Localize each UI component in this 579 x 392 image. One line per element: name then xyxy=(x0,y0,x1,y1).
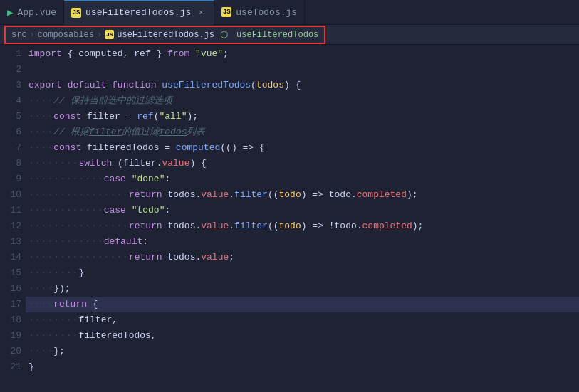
tab-label: App.vue xyxy=(17,7,56,18)
code-line-20: ····}; xyxy=(26,344,579,359)
code-line-13: ············default: xyxy=(26,234,579,250)
code-line-3: export default function useFilteredTodos… xyxy=(26,78,579,93)
tab-label: useTodos.js xyxy=(236,7,297,18)
breadcrumb: src › composables › JS useFilteredTodos.… xyxy=(4,26,325,44)
breadcrumb-file: useFilteredTodos.js xyxy=(117,30,214,40)
js-icon: JS xyxy=(71,8,81,18)
close-icon[interactable]: × xyxy=(195,7,207,18)
code-area: 12345 678910 1112131415 1617181920 21 im… xyxy=(0,45,579,392)
breadcrumb-src: src xyxy=(11,30,27,40)
code-line-2 xyxy=(26,62,579,78)
breadcrumb-wrapper: src › composables › JS useFilteredTodos.… xyxy=(0,25,579,45)
tab-use-todos[interactable]: JS useTodos.js xyxy=(214,0,305,25)
code-line-5: ····const filter = ref("all"); xyxy=(26,109,579,125)
breadcrumb-sep1: › xyxy=(30,30,35,40)
breadcrumb-composables: composables xyxy=(38,30,94,40)
js-icon: JS xyxy=(221,7,231,17)
code-line-16: ····}); xyxy=(26,281,579,297)
tab-use-filtered-todos[interactable]: JS useFilteredTodos.js × xyxy=(64,0,214,25)
code-line-14: ················return todos.value; xyxy=(26,250,579,265)
code-line-18: ········filter, xyxy=(26,312,579,328)
code-line-9: ············case "done": xyxy=(26,171,579,187)
code-lines: import { computed, ref } from "vue"; exp… xyxy=(26,45,579,392)
tab-bar: ▶ App.vue JS useFilteredTodos.js × JS us… xyxy=(0,0,579,25)
code-line-11: ············case "todo": xyxy=(26,203,579,218)
code-line-1: import { computed, ref } from "vue"; xyxy=(26,46,579,62)
tab-app-vue[interactable]: ▶ App.vue xyxy=(0,0,64,25)
line-numbers: 12345 678910 1112131415 1617181920 21 xyxy=(0,45,26,392)
code-line-12: ················return todos.value.filte… xyxy=(26,218,579,234)
js-icon-breadcrumb: JS xyxy=(105,30,114,39)
vue-icon: ▶ xyxy=(7,6,13,18)
code-line-7: ····const filteredTodos = computed(() =>… xyxy=(26,140,579,156)
function-icon: ⬡ xyxy=(220,29,228,41)
code-line-15: ········} xyxy=(26,265,579,281)
code-line-6: ····// 根据filter的值过滤todos列表 xyxy=(26,125,579,140)
code-line-10: ················return todos.value.filte… xyxy=(26,187,579,203)
code-line-8: ········switch (filter.value) { xyxy=(26,156,579,171)
code-line-4: ····// 保持当前选中的过滤选项 xyxy=(26,93,579,109)
tab-label: useFilteredTodos.js xyxy=(85,7,191,18)
breadcrumb-sep2: › xyxy=(97,30,102,40)
code-line-19: ········filteredTodos, xyxy=(26,328,579,344)
breadcrumb-symbol: useFilteredTodos xyxy=(236,30,318,40)
code-line-21: } xyxy=(26,359,579,375)
code-line-17: ····return { xyxy=(26,297,579,312)
